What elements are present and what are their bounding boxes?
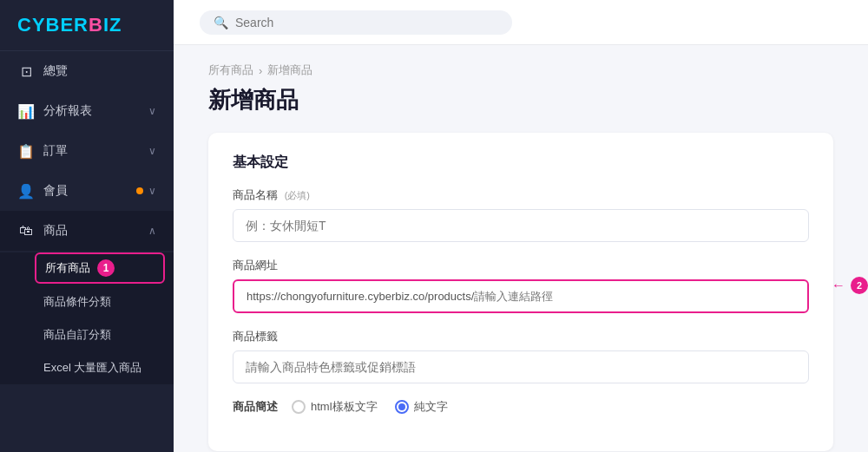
sidebar-item-label: 商品 — [43, 223, 68, 239]
sidebar-sub-custom-category[interactable]: 商品自訂分類 — [0, 318, 174, 351]
card-title: 基本設定 — [233, 154, 809, 172]
logo-text: CYBERBIZ — [17, 14, 122, 36]
required-note: (必填) — [285, 190, 310, 200]
chevron-down-icon: ∨ — [148, 185, 156, 197]
sidebar-nav: ⊡ 總覽 📊 分析報表 ∨ 📋 訂單 ∨ 👤 會員 — [0, 51, 174, 452]
orders-icon: 📋 — [17, 142, 35, 160]
basic-settings-card: 基本設定 商品名稱 (必填) 商品網址 https://chongyofurni… — [208, 133, 833, 451]
radio-group: html樣板文字 純文字 — [292, 399, 448, 415]
breadcrumb-parent[interactable]: 所有商品 — [208, 62, 253, 78]
search-icon: 🔍 — [214, 16, 228, 29]
sidebar-item-products[interactable]: 🛍 商品 ∧ — [0, 211, 174, 251]
product-desc-group: 商品簡述 html樣板文字 純文字 — [233, 399, 809, 415]
sidebar-sub-all-products[interactable]: 所有商品 1 — [35, 252, 165, 284]
sidebar-item-overview[interactable]: ⊡ 總覽 — [0, 51, 174, 91]
sidebar-item-members[interactable]: 👤 會員 ∨ — [0, 171, 174, 211]
sidebar: CYBERBIZ ⊡ 總覽 📊 分析報表 ∨ 📋 訂單 ∨ 👤 — [0, 0, 174, 452]
sidebar-item-label: 訂單 — [43, 143, 68, 159]
active-badge: 1 — [97, 259, 115, 277]
analytics-icon: 📊 — [17, 102, 35, 120]
main-container: 🔍 所有商品 › 新增商品 新增商品 基本設定 商品名稱 (必填) 商品網址 — [174, 0, 868, 452]
breadcrumb-separator: › — [259, 64, 262, 77]
products-icon: 🛍 — [17, 222, 35, 239]
product-name-label: 商品名稱 (必填) — [233, 187, 809, 203]
chevron-up-icon: ∧ — [148, 225, 156, 237]
arrow-icon: ← — [832, 278, 845, 293]
all-products-label: 所有商品 — [45, 260, 90, 276]
products-submenu: 所有商品 1 商品條件分類 商品自訂分類 Excel 大量匯入商品 — [0, 252, 174, 384]
sidebar-item-orders[interactable]: 📋 訂單 ∨ — [0, 131, 174, 171]
sidebar-sub-condition-category[interactable]: 商品條件分類 — [0, 285, 174, 318]
annotation-number: 2 — [851, 277, 868, 294]
members-icon: 👤 — [17, 182, 35, 200]
radio-plain-label: 純文字 — [414, 399, 448, 415]
product-name-input[interactable] — [233, 209, 809, 242]
overview-icon: ⊡ — [17, 62, 35, 80]
product-desc-label: 商品簡述 — [233, 399, 278, 415]
logo: CYBERBIZ — [0, 0, 174, 51]
sidebar-item-analytics[interactable]: 📊 分析報表 ∨ — [0, 91, 174, 131]
url-annotation: ← 2 填寫網址 — [832, 277, 868, 294]
radio-plain-circle — [395, 400, 409, 414]
search-input[interactable] — [235, 16, 498, 29]
product-url-label: 商品網址 — [233, 258, 809, 273]
sidebar-item-label: 分析報表 — [43, 103, 92, 119]
content-area: 所有商品 › 新增商品 新增商品 基本設定 商品名稱 (必填) 商品網址 htt… — [174, 45, 868, 452]
product-tag-input[interactable] — [233, 350, 809, 383]
radio-plain[interactable]: 純文字 — [395, 399, 448, 415]
topbar: 🔍 — [174, 0, 868, 45]
breadcrumb-current: 新增商品 — [267, 62, 312, 78]
url-field-wrapper: https://chongyofurniture.cyberbiz.co/pro… — [233, 279, 809, 313]
page-title: 新增商品 — [208, 85, 833, 115]
radio-html-circle — [292, 400, 306, 414]
sidebar-item-label: 總覽 — [43, 63, 68, 79]
url-base: https://chongyofurniture.cyberbiz.co/pro… — [247, 290, 474, 303]
notification-dot — [136, 187, 143, 194]
chevron-down-icon: ∨ — [148, 145, 156, 157]
search-box: 🔍 — [200, 10, 512, 35]
sidebar-sub-excel-import[interactable]: Excel 大量匯入商品 — [0, 351, 174, 384]
url-path-input[interactable] — [474, 290, 795, 303]
radio-html[interactable]: html樣板文字 — [292, 399, 378, 415]
radio-html-label: html樣板文字 — [311, 399, 378, 415]
product-tag-label: 商品標籤 — [233, 329, 809, 344]
chevron-down-icon: ∨ — [148, 105, 156, 117]
breadcrumb: 所有商品 › 新增商品 — [208, 62, 833, 78]
sidebar-item-label: 會員 — [43, 183, 68, 199]
product-tag-group: 商品標籤 — [233, 329, 809, 383]
product-name-group: 商品名稱 (必填) — [233, 187, 809, 242]
product-url-group: 商品網址 https://chongyofurniture.cyberbiz.c… — [233, 258, 809, 313]
